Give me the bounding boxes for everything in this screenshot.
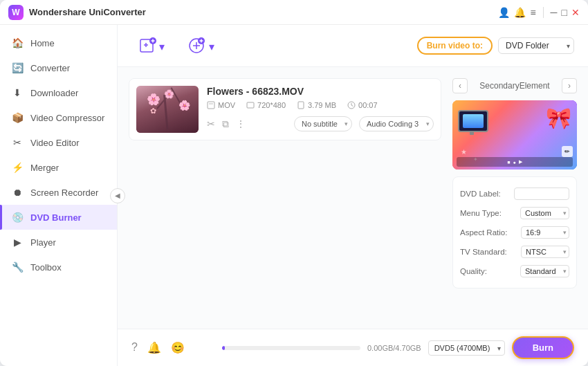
sidebar-label-home: Home bbox=[30, 38, 55, 48]
compressor-icon: 📦 bbox=[11, 111, 24, 124]
user-icon[interactable]: 👤 bbox=[498, 7, 510, 18]
quality-wrapper: Standard High Low bbox=[520, 265, 569, 277]
storage-bar bbox=[222, 346, 360, 350]
menu-type-select[interactable]: Custom None Standard bbox=[520, 207, 569, 219]
chapter-arrow: ▾ bbox=[209, 40, 214, 53]
title-bar: W Wondershare UniConverter 👤 🔔 ≡ ─ □ ✕ bbox=[0, 0, 588, 25]
disc-preview-image: 🎀 ★ ✦ ■ ● ▶ ✏ bbox=[452, 100, 577, 170]
svg-rect-15 bbox=[298, 102, 304, 109]
cut-icon[interactable]: ✂ bbox=[207, 118, 215, 129]
audio-wrapper: Audio Coding 3 bbox=[359, 116, 434, 131]
disc-preview-header: ‹ SecondaryElement › bbox=[452, 78, 577, 93]
aspect-ratio-label: Aspect Ratio: bbox=[460, 228, 507, 237]
sidebar-label-compressor: Video Compressor bbox=[30, 113, 104, 123]
aspect-ratio-wrapper: 16:9 4:3 bbox=[521, 226, 569, 239]
minimize-button[interactable]: ─ bbox=[551, 7, 558, 18]
svg-rect-12 bbox=[208, 102, 214, 109]
notification-icon[interactable]: 🔔 bbox=[147, 341, 161, 354]
burn-destination-select[interactable]: DVD Folder DVD Disc ISO File bbox=[498, 37, 574, 54]
home-icon: 🏠 bbox=[11, 37, 24, 49]
collapse-sidebar-button[interactable]: ◀ bbox=[110, 188, 125, 203]
content-area: ▾ bbox=[118, 25, 588, 366]
toolbar-left: ▾ bbox=[131, 32, 221, 60]
disc-type-select[interactable]: DVD5 (4700MB) DVD9 (8500MB) bbox=[428, 340, 505, 356]
disc-art: 🎀 ★ ✦ ■ ● ▶ ✏ bbox=[452, 100, 577, 170]
disc-control-bar: ■ ● ▶ bbox=[457, 157, 573, 167]
right-panel: ‹ SecondaryElement › bbox=[452, 78, 577, 318]
disc-template-label: SecondaryElement bbox=[479, 81, 549, 91]
dvd-label-row: DVD Label: bbox=[460, 184, 569, 203]
prev-template-button[interactable]: ‹ bbox=[452, 78, 468, 93]
sidebar-item-player[interactable]: ▶ Player bbox=[0, 230, 117, 255]
quality-row: Quality: Standard High Low bbox=[460, 262, 569, 281]
sidebar-item-home[interactable]: 🏠 Home bbox=[0, 30, 117, 55]
add-files-icon bbox=[138, 36, 158, 55]
app-title: Wondershare UniConverter bbox=[29, 7, 146, 17]
copy-icon[interactable]: ⧉ bbox=[222, 118, 229, 130]
merger-icon: ⚡ bbox=[11, 161, 24, 174]
sidebar-label-editor: Video Editor bbox=[30, 138, 80, 148]
sidebar-label-merger: Merger bbox=[30, 163, 59, 173]
feedback-icon[interactable]: 😊 bbox=[171, 341, 185, 354]
file-actions: ✂ ⧉ ⋮ No subtitle bbox=[207, 116, 434, 131]
sidebar-label-dvd: DVD Burner bbox=[30, 212, 82, 223]
add-chapter-icon bbox=[187, 36, 206, 55]
active-indicator bbox=[0, 205, 2, 230]
subtitle-wrapper: No subtitle bbox=[294, 116, 352, 131]
sidebar-label-recorder: Screen Recorder bbox=[30, 187, 98, 198]
menu-dots-icon[interactable]: ⋮ bbox=[236, 118, 246, 129]
dvd-label-input[interactable] bbox=[514, 187, 569, 200]
file-item: 🌸 🌸 🌸 ✿ Flowers - 66823.MOV bbox=[129, 78, 441, 140]
disc-ctrl-circle: ● bbox=[513, 160, 516, 165]
file-name: Flowers - 66823.MOV bbox=[207, 86, 434, 97]
tv-standard-select[interactable]: NTSC PAL bbox=[521, 246, 569, 258]
menu-icon[interactable]: ≡ bbox=[530, 7, 535, 18]
subtitle-select[interactable]: No subtitle bbox=[294, 116, 352, 131]
title-bar-left: W Wondershare UniConverter bbox=[8, 5, 146, 20]
burn-button[interactable]: Burn bbox=[512, 336, 574, 359]
aspect-ratio-select[interactable]: 16:9 4:3 bbox=[521, 226, 569, 239]
toolbox-icon: 🔧 bbox=[11, 261, 24, 273]
sidebar-label-converter: Converter bbox=[30, 63, 70, 73]
screen-recorder-icon: ⏺ bbox=[11, 186, 24, 199]
svg-line-18 bbox=[351, 105, 353, 107]
burn-destination-wrapper: DVD Folder DVD Disc ISO File bbox=[498, 37, 574, 54]
title-bar-right: 👤 🔔 ≡ ─ □ ✕ bbox=[498, 7, 580, 18]
sidebar: 🏠 Home 🔄 Converter ⬇ Downloader 📦 Video … bbox=[0, 25, 118, 366]
menu-type-row: Menu Type: Custom None Standard bbox=[460, 203, 569, 223]
footer: ? 🔔 😊 0.00GB/4.70GB DVD5 (4700MB) DVD9 (… bbox=[118, 329, 588, 366]
storage-text: 0.00GB/4.70GB bbox=[367, 344, 421, 352]
bell-icon[interactable]: 🔔 bbox=[514, 7, 526, 18]
sidebar-item-screen-recorder[interactable]: ⏺ Screen Recorder bbox=[0, 180, 117, 205]
disc-type-wrapper: DVD5 (4700MB) DVD9 (8500MB) bbox=[428, 340, 505, 356]
sidebar-label-downloader: Downloader bbox=[30, 88, 78, 98]
file-format: MOV bbox=[207, 101, 235, 109]
disc-edit-button[interactable]: ✏ bbox=[562, 146, 573, 157]
toolbar: ▾ bbox=[118, 25, 588, 67]
maximize-button[interactable]: □ bbox=[562, 7, 567, 18]
next-template-button[interactable]: › bbox=[562, 78, 577, 93]
tv-standard-label: TV Standard: bbox=[460, 248, 507, 256]
quality-select[interactable]: Standard High Low bbox=[520, 265, 569, 277]
add-chapter-button[interactable]: ▾ bbox=[180, 32, 221, 60]
sidebar-item-converter[interactable]: 🔄 Converter bbox=[0, 55, 117, 80]
footer-right: 0.00GB/4.70GB DVD5 (4700MB) DVD9 (8500MB… bbox=[222, 336, 574, 359]
sidebar-item-video-compressor[interactable]: 📦 Video Compressor bbox=[0, 105, 117, 130]
sidebar-item-video-editor[interactable]: ✂ Video Editor bbox=[0, 130, 117, 155]
sidebar-item-dvd-burner[interactable]: 💿 DVD Burner bbox=[0, 205, 117, 230]
sidebar-item-toolbox[interactable]: 🔧 Toolbox bbox=[0, 255, 117, 280]
sidebar-item-downloader[interactable]: ⬇ Downloader bbox=[0, 80, 117, 105]
close-button[interactable]: ✕ bbox=[571, 7, 580, 18]
editor-icon: ✂ bbox=[11, 136, 24, 149]
add-files-button[interactable]: ▾ bbox=[131, 32, 172, 60]
main-content: 🌸 🌸 🌸 ✿ Flowers - 66823.MOV bbox=[118, 67, 588, 329]
disc-star1: ★ bbox=[461, 148, 467, 156]
sidebar-item-merger[interactable]: ⚡ Merger bbox=[0, 155, 117, 180]
aspect-ratio-row: Aspect Ratio: 16:9 4:3 bbox=[460, 223, 569, 242]
player-icon: ▶ bbox=[11, 236, 24, 248]
audio-select[interactable]: Audio Coding 3 bbox=[359, 116, 434, 131]
help-icon[interactable]: ? bbox=[131, 341, 138, 354]
tv-standard-wrapper: NTSC PAL bbox=[521, 246, 569, 258]
app-logo: W bbox=[8, 5, 24, 20]
downloader-icon: ⬇ bbox=[11, 86, 24, 99]
